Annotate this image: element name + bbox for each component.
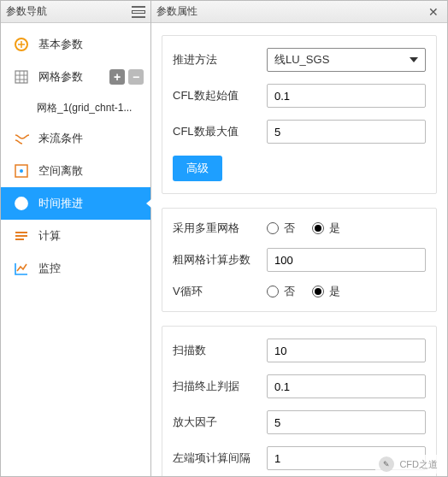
radio-icon [267, 286, 279, 297]
svg-rect-1 [15, 71, 27, 83]
panel-menu-icon[interactable] [132, 6, 145, 18]
chevron-down-icon [410, 57, 418, 62]
cfl-start-label: CFL数起始值 [173, 88, 267, 103]
nav-panel-title: 参数导航 [6, 4, 47, 19]
nav-list: 基本参数 网格参数 + − 网格_1(grid_chnt-1... 来 [1, 23, 150, 290]
coarse-steps-input[interactable] [267, 248, 426, 272]
sidebar-item-label: 来流条件 [38, 131, 144, 146]
spatial-icon [13, 162, 30, 180]
multigrid-label: 采用多重网格 [173, 221, 267, 236]
interval-label: 左端项计算间隔 [173, 450, 267, 466]
vcycle-yes-radio[interactable]: 是 [312, 284, 340, 299]
mesh-icon [13, 68, 30, 85]
flow-icon [13, 130, 30, 147]
cfl-max-input[interactable] [267, 120, 426, 144]
props-panel: 参数属性 ✕ 推进方法 线LU_SGS CFL数起始值 [151, 0, 448, 477]
remove-mesh-button[interactable]: − [128, 69, 144, 85]
sidebar-item-compute[interactable]: 计算 [1, 220, 150, 252]
sidebar-item-time[interactable]: 时间推进 [1, 187, 150, 220]
amp-input[interactable] [267, 410, 426, 434]
svg-point-3 [20, 169, 23, 173]
amp-label: 放大因子 [173, 415, 267, 430]
nav-panel-header: 参数导航 [1, 1, 150, 23]
method-label: 推进方法 [173, 52, 267, 68]
sidebar-item-label: 网格参数 [38, 69, 109, 85]
add-mesh-button[interactable]: + [109, 69, 125, 85]
sidebar-item-spatial[interactable]: 空间离散 [1, 155, 150, 187]
sidebar-item-label: 监控 [38, 261, 144, 276]
scan-input[interactable] [267, 339, 426, 362]
group-advance-method: 推进方法 线LU_SGS CFL数起始值 CFL数最大值 [162, 35, 437, 194]
sidebar-item-label: 时间推进 [38, 196, 144, 211]
nav-panel: 参数导航 基本参数 网格参数 + − [0, 0, 151, 477]
scan-label: 扫描数 [173, 343, 267, 358]
sidebar-item-label: 网格_1(grid_chnt-1... [37, 101, 144, 115]
radio-icon [267, 222, 279, 234]
props-body: 推进方法 线LU_SGS CFL数起始值 CFL数最大值 [151, 23, 447, 476]
sidebar-item-label: 基本参数 [38, 37, 144, 52]
multigrid-no-radio[interactable]: 否 [267, 221, 295, 236]
method-select[interactable]: 线LU_SGS [267, 48, 426, 72]
cfl-start-input[interactable] [267, 84, 426, 108]
sidebar-item-label: 计算 [38, 228, 144, 244]
advanced-button[interactable]: 高级 [173, 156, 222, 181]
props-panel-header: 参数属性 ✕ [151, 1, 447, 23]
coarse-steps-label: 粗网格计算步数 [173, 252, 267, 268]
sidebar-item-flow[interactable]: 来流条件 [1, 122, 150, 155]
radio-checked-icon [312, 222, 324, 234]
props-panel-title: 参数属性 [156, 4, 197, 19]
radio-checked-icon [312, 286, 324, 297]
multigrid-yes-radio[interactable]: 是 [312, 221, 340, 236]
scan-stop-label: 扫描终止判据 [173, 379, 267, 394]
time-icon [13, 195, 30, 212]
scan-stop-input[interactable] [267, 374, 426, 398]
vcycle-no-radio[interactable]: 否 [267, 284, 295, 299]
sidebar-item-basic[interactable]: 基本参数 [1, 28, 150, 61]
method-value: 线LU_SGS [274, 52, 329, 68]
close-icon[interactable]: ✕ [425, 5, 442, 19]
sidebar-item-label: 空间离散 [38, 163, 144, 179]
compute-icon [13, 227, 30, 244]
sidebar-item-monitor[interactable]: 监控 [1, 252, 150, 285]
group-scan: 扫描数 扫描终止判据 放大因子 [162, 326, 437, 476]
sidebar-item-mesh[interactable]: 网格参数 + − [1, 61, 150, 93]
interval-input[interactable] [267, 446, 426, 470]
vcycle-label: V循环 [173, 284, 267, 299]
sidebar-item-mesh-child[interactable]: 网格_1(grid_chnt-1... [1, 93, 150, 122]
cfl-max-label: CFL数最大值 [173, 124, 267, 139]
group-multigrid: 采用多重网格 否 是 粗网格计算步数 [162, 208, 437, 312]
monitor-icon [13, 260, 30, 277]
basic-icon [13, 36, 30, 53]
